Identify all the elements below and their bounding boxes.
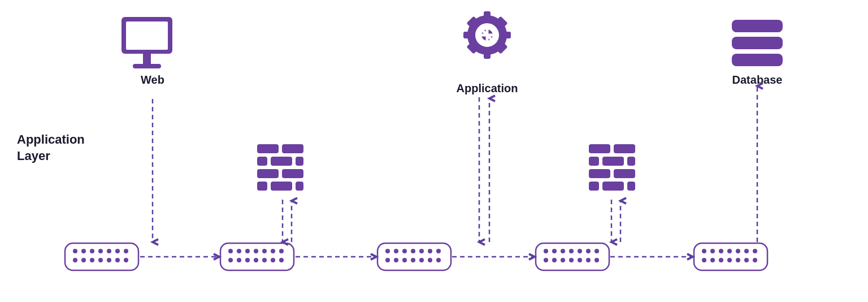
svg-point-96	[561, 258, 565, 262]
svg-point-99	[586, 258, 591, 262]
svg-point-73	[394, 249, 398, 253]
svg-point-114	[744, 258, 749, 262]
svg-rect-40	[627, 182, 635, 191]
svg-rect-5	[484, 11, 491, 21]
svg-point-84	[428, 258, 432, 262]
svg-point-50	[81, 258, 86, 262]
svg-point-106	[736, 249, 740, 253]
router-1	[65, 243, 138, 270]
svg-point-113	[736, 258, 740, 262]
svg-point-107	[744, 249, 749, 253]
svg-point-52	[98, 258, 103, 262]
web-icon	[121, 17, 172, 68]
svg-point-64	[228, 258, 233, 262]
svg-point-111	[719, 258, 723, 262]
svg-rect-1	[126, 21, 168, 50]
svg-point-54	[115, 258, 120, 262]
svg-point-57	[228, 249, 233, 253]
svg-rect-39	[602, 182, 624, 191]
svg-point-74	[402, 249, 407, 253]
svg-rect-19	[732, 37, 783, 49]
svg-rect-20	[732, 54, 783, 66]
svg-point-105	[727, 249, 732, 253]
web-label: Web	[141, 74, 164, 86]
svg-rect-6	[484, 49, 491, 59]
svg-point-98	[578, 258, 582, 262]
svg-rect-31	[589, 144, 610, 153]
svg-point-51	[90, 258, 94, 262]
svg-point-97	[569, 258, 574, 262]
svg-point-44	[90, 249, 94, 253]
fw1-icon	[257, 144, 303, 191]
svg-point-80	[394, 258, 398, 262]
svg-point-62	[271, 249, 275, 253]
svg-point-48	[124, 249, 128, 253]
svg-point-68	[262, 258, 267, 262]
svg-rect-30	[296, 182, 303, 191]
svg-point-70	[279, 258, 284, 262]
svg-point-90	[569, 249, 574, 253]
svg-rect-28	[257, 182, 267, 191]
svg-point-92	[586, 249, 591, 253]
svg-point-112	[727, 258, 732, 262]
svg-rect-56	[220, 243, 294, 270]
svg-point-81	[402, 258, 407, 262]
svg-rect-25	[296, 157, 303, 166]
svg-point-75	[411, 249, 415, 253]
svg-point-45	[98, 249, 103, 253]
app-label: Application	[457, 82, 518, 94]
svg-point-108	[753, 249, 757, 253]
svg-rect-22	[282, 144, 303, 153]
svg-point-60	[254, 249, 258, 253]
svg-rect-8	[501, 32, 511, 38]
diagram-container: Application Layer Web	[0, 0, 868, 302]
svg-point-91	[578, 249, 582, 253]
svg-point-69	[271, 258, 275, 262]
svg-rect-71	[377, 243, 451, 270]
svg-point-63	[279, 249, 284, 253]
svg-rect-18	[732, 20, 783, 32]
svg-rect-33	[589, 157, 599, 166]
svg-point-67	[254, 258, 258, 262]
svg-point-83	[419, 258, 424, 262]
svg-rect-23	[257, 157, 267, 166]
svg-point-79	[385, 258, 390, 262]
router-2	[220, 243, 294, 270]
svg-point-77	[428, 249, 432, 253]
svg-point-102	[702, 249, 706, 253]
svg-point-88	[552, 249, 557, 253]
db-label: Database	[732, 74, 783, 86]
svg-rect-26	[257, 169, 279, 178]
svg-point-65	[237, 258, 241, 262]
svg-rect-101	[694, 243, 767, 270]
svg-rect-32	[614, 144, 635, 153]
svg-rect-27	[282, 169, 303, 178]
svg-rect-34	[602, 157, 624, 166]
svg-point-59	[245, 249, 250, 253]
svg-point-58	[237, 249, 241, 253]
svg-rect-35	[627, 157, 635, 166]
svg-point-93	[594, 249, 599, 253]
router-5	[694, 243, 767, 270]
svg-point-46	[107, 249, 111, 253]
svg-rect-29	[271, 182, 292, 191]
svg-rect-21	[257, 144, 279, 153]
svg-rect-7	[463, 32, 474, 38]
svg-point-87	[544, 249, 548, 253]
svg-rect-41	[65, 243, 138, 270]
db-icon	[732, 20, 783, 66]
diagram-svg: Web Application	[0, 0, 868, 302]
svg-point-53	[107, 258, 111, 262]
svg-rect-3	[133, 64, 161, 68]
svg-point-76	[419, 249, 424, 253]
svg-rect-38	[589, 182, 599, 191]
svg-point-55	[124, 258, 128, 262]
router-3	[377, 243, 451, 270]
svg-point-72	[385, 249, 390, 253]
svg-point-115	[753, 258, 757, 262]
svg-rect-2	[143, 54, 151, 64]
svg-point-109	[702, 258, 706, 262]
svg-point-61	[262, 249, 267, 253]
svg-point-95	[552, 258, 557, 262]
svg-rect-37	[614, 169, 635, 178]
